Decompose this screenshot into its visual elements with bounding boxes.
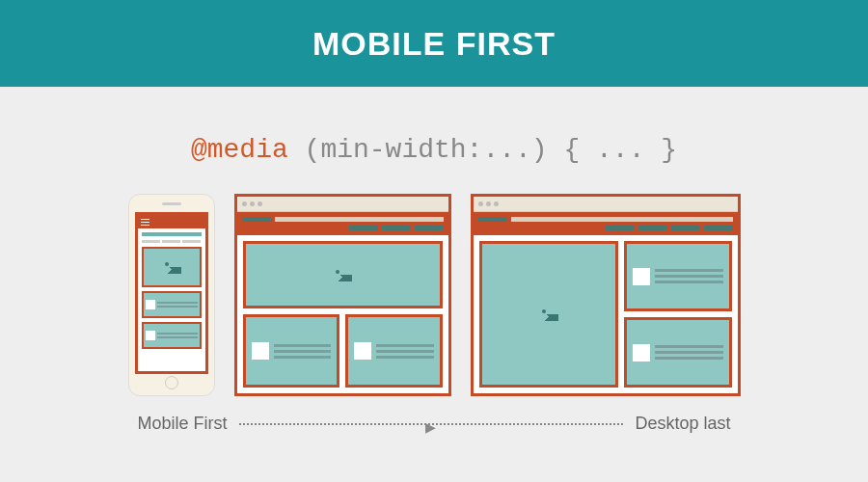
desktop-browser xyxy=(471,194,741,396)
media-query-code: @media (min-width:...) { ... } xyxy=(191,135,677,165)
mobile-device xyxy=(128,194,215,396)
window-dot-icon xyxy=(494,201,499,206)
document-widget xyxy=(345,314,443,388)
document-widget xyxy=(142,322,202,349)
mobile-image-block xyxy=(142,247,202,287)
mobile-body xyxy=(138,228,205,371)
mobile-heading-placeholder xyxy=(142,232,202,236)
mobile-widget-row xyxy=(142,291,202,318)
mobile-text-placeholder xyxy=(142,240,202,243)
caption-right: Desktop last xyxy=(635,414,730,434)
calendar-icon xyxy=(146,300,155,309)
window-dot-icon xyxy=(258,201,262,206)
tablet-header-bar xyxy=(237,212,448,235)
tablet-hero-image xyxy=(243,241,443,308)
document-icon xyxy=(146,331,155,340)
image-icon xyxy=(333,268,352,281)
tablet-device xyxy=(234,194,451,396)
browser-chrome xyxy=(237,197,448,212)
browser-chrome xyxy=(474,197,738,212)
hamburger-icon xyxy=(141,219,149,226)
calendar-widget xyxy=(243,314,340,388)
mobile-widget-row xyxy=(142,322,202,349)
document-widget xyxy=(624,317,732,388)
desktop-columns xyxy=(479,241,732,388)
window-dot-icon xyxy=(242,201,247,206)
code-body: (min-width:...) { ... } xyxy=(288,135,677,165)
image-icon xyxy=(162,260,181,274)
desktop-body xyxy=(474,235,738,393)
tablet-widget-row xyxy=(243,314,443,388)
caption-row: Mobile First ▶ Desktop last xyxy=(138,414,731,434)
calendar-icon xyxy=(252,342,269,360)
tablet-body xyxy=(237,235,448,393)
code-keyword: @media xyxy=(191,135,288,165)
tablet-browser xyxy=(234,194,451,396)
window-dot-icon xyxy=(486,201,491,206)
nav-placeholder xyxy=(478,226,733,230)
mobile-header-bar xyxy=(138,215,205,228)
window-dot-icon xyxy=(478,201,483,206)
calendar-widget xyxy=(624,241,732,311)
desktop-header-bar xyxy=(474,212,738,235)
caption-left: Mobile First xyxy=(138,414,228,434)
nav-placeholder xyxy=(242,217,444,222)
arrow-icon: ▶ xyxy=(425,419,436,435)
document-icon xyxy=(354,342,371,360)
calendar-widget xyxy=(142,291,202,318)
title-banner: MOBILE FIRST xyxy=(0,0,868,87)
nav-placeholder xyxy=(478,217,733,222)
arrow-line: ▶ xyxy=(239,423,624,425)
page-title: MOBILE FIRST xyxy=(312,25,556,63)
responsive-diagram xyxy=(128,194,741,396)
desktop-hero-image xyxy=(479,241,618,388)
calendar-icon xyxy=(633,268,650,285)
image-icon xyxy=(539,308,558,321)
mobile-screen xyxy=(135,212,208,374)
content-area: @media (min-width:...) { ... } xyxy=(0,87,868,434)
desktop-device xyxy=(471,194,741,396)
window-dot-icon xyxy=(250,201,255,206)
document-icon xyxy=(633,344,650,362)
desktop-sidebar xyxy=(624,241,732,388)
nav-placeholder xyxy=(242,226,444,230)
